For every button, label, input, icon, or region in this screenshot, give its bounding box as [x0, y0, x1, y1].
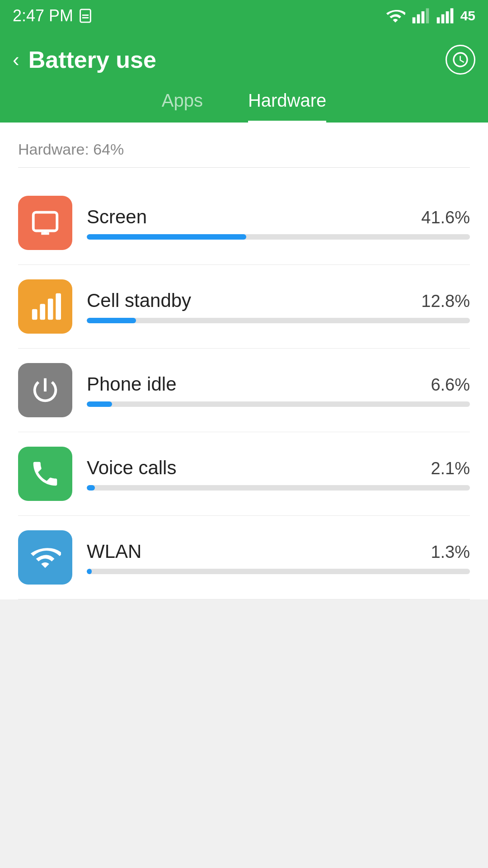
item-top: Voice calls 2.1%: [87, 457, 470, 479]
items-list: Screen 41.6% Cell standby 12.8% Ph: [18, 181, 470, 599]
item-body: Cell standby 12.8%: [87, 290, 470, 323]
progress-bar: [87, 485, 470, 491]
content: Hardware: 64% Screen 41.6% Cell standby …: [0, 123, 488, 599]
progress-fill: [87, 569, 92, 574]
item-name: Voice calls: [87, 457, 176, 479]
list-item[interactable]: WLAN 1.3%: [18, 516, 470, 599]
list-item[interactable]: Voice calls 2.1%: [18, 432, 470, 516]
status-time: 2:47 PM: [13, 6, 93, 25]
status-bar: 2:47 PM 45: [0, 0, 488, 32]
svg-rect-16: [48, 299, 53, 320]
svg-rect-6: [426, 8, 429, 23]
sim-icon: [78, 8, 93, 24]
item-icon-signal: [18, 279, 72, 334]
list-item[interactable]: Cell standby 12.8%: [18, 265, 470, 349]
section-label: Hardware: 64%: [18, 141, 470, 168]
tab-apps[interactable]: Apps: [162, 90, 203, 123]
footer-area: [0, 599, 488, 868]
svg-rect-11: [33, 212, 57, 231]
svg-rect-4: [417, 14, 420, 24]
item-icon-wifi: [18, 530, 72, 585]
item-top: Phone idle 6.6%: [87, 373, 470, 395]
item-body: Voice calls 2.1%: [87, 457, 470, 491]
progress-fill: [87, 234, 246, 240]
signal2-icon: [436, 6, 454, 26]
item-body: WLAN 1.3%: [87, 541, 470, 574]
item-body: Screen 41.6%: [87, 206, 470, 240]
progress-fill: [87, 485, 95, 491]
progress-bar: [87, 401, 470, 407]
item-top: Cell standby 12.8%: [87, 290, 470, 311]
svg-rect-14: [32, 309, 38, 320]
item-percentage: 12.8%: [421, 292, 470, 311]
wifi-status-icon: [385, 6, 405, 26]
list-item[interactable]: Phone idle 6.6%: [18, 349, 470, 432]
item-icon-power: [18, 363, 72, 417]
clock-icon: [451, 51, 469, 69]
progress-fill: [87, 318, 136, 323]
svg-rect-17: [56, 293, 61, 320]
item-top: Screen 41.6%: [87, 206, 470, 228]
svg-rect-8: [441, 14, 444, 24]
battery-level: 45: [460, 8, 475, 24]
progress-bar: [87, 318, 470, 323]
header-left: ‹ Battery use: [13, 46, 156, 73]
svg-rect-10: [450, 8, 453, 23]
status-icons: 45: [385, 6, 475, 26]
item-percentage: 6.6%: [431, 375, 470, 395]
page-title: Battery use: [28, 46, 156, 73]
history-button[interactable]: [446, 45, 475, 75]
item-top: WLAN 1.3%: [87, 541, 470, 562]
list-item[interactable]: Screen 41.6%: [18, 181, 470, 265]
svg-rect-7: [436, 17, 440, 23]
svg-rect-15: [40, 304, 45, 320]
item-name: Screen: [87, 206, 147, 228]
svg-rect-3: [412, 17, 415, 23]
item-percentage: 41.6%: [421, 208, 470, 227]
svg-rect-1: [82, 14, 89, 16]
tab-hardware[interactable]: Hardware: [248, 90, 326, 123]
item-name: Cell standby: [87, 290, 191, 311]
item-icon-phone: [18, 447, 72, 501]
progress-bar: [87, 234, 470, 240]
item-percentage: 2.1%: [431, 459, 470, 478]
progress-bar: [87, 569, 470, 574]
signal1-icon: [412, 6, 430, 26]
tabs: Apps Hardware: [0, 81, 488, 123]
progress-fill: [87, 401, 112, 407]
item-name: WLAN: [87, 541, 141, 562]
svg-rect-2: [82, 17, 89, 19]
back-button[interactable]: ‹: [13, 50, 19, 70]
item-body: Phone idle 6.6%: [87, 373, 470, 407]
item-percentage: 1.3%: [431, 542, 470, 562]
svg-rect-5: [421, 11, 424, 24]
svg-rect-9: [446, 11, 449, 24]
header: ‹ Battery use: [0, 32, 488, 81]
item-icon-screen: [18, 196, 72, 250]
item-name: Phone idle: [87, 373, 177, 395]
